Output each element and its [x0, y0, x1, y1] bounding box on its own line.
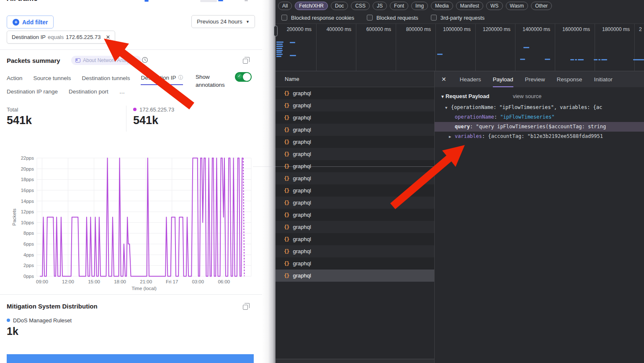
checkbox-item: 3rd-party requests — [431, 15, 485, 21]
overview-handle[interactable] — [274, 26, 278, 36]
name-column-header[interactable]: Name — [276, 71, 434, 87]
request-type-filter-bar: AllFetch/XHRDocCSSJSFontImgMediaManifest… — [276, 0, 644, 12]
network-overview-timeline[interactable]: 200000 ms400000 ms600000 ms800000 ms1000… — [276, 24, 644, 71]
filter-pill-manifest[interactable]: Manifest — [456, 2, 483, 10]
request-row[interactable]: {}graphql — [276, 87, 434, 99]
view-source-link[interactable]: view source — [513, 93, 542, 99]
table-footer-bar — [276, 359, 434, 363]
svg-text:12:00: 12:00 — [62, 279, 74, 284]
expand-card-icon[interactable] — [243, 305, 248, 310]
json-icon: {} — [284, 188, 289, 194]
request-row[interactable]: {}graphql — [276, 148, 434, 160]
json-icon: {} — [284, 103, 289, 109]
request-row[interactable]: {}graphql — [276, 172, 434, 184]
detail-tab-preview[interactable]: Preview — [525, 71, 545, 87]
checkbox[interactable] — [431, 15, 437, 21]
filter-pill-all[interactable]: All — [278, 2, 292, 10]
svg-text:16pps: 16pps — [21, 188, 34, 193]
timeline-label: 2 — [635, 24, 644, 71]
payload-operation-name-line: operationName: "ipFlowTimeseries" — [435, 112, 644, 122]
payload-preview-line[interactable]: ▼{operationName: "ipFlowTimeseries", var… — [435, 103, 644, 112]
filter-pill-img[interactable]: Img — [411, 2, 428, 10]
tab-destination-tunnels[interactable]: Destination tunnels — [82, 74, 130, 85]
request-name: graphql — [293, 212, 311, 218]
devtools-network-panel: AllFetch/XHRDocCSSJSFontImgMediaManifest… — [276, 0, 644, 363]
detail-tab-headers[interactable]: Headers — [460, 71, 481, 87]
filter-pill-media[interactable]: Media — [431, 2, 453, 10]
detail-tab-bar: ✕ HeadersPayloadPreviewResponseInitiator — [435, 71, 644, 87]
filter-value: 172.65.225.73 — [66, 34, 100, 40]
payload-variables-line[interactable]: ▶variables: {accountTag: "b12e3b2192ee55… — [435, 132, 644, 141]
add-filter-button[interactable]: + Add filter — [7, 16, 54, 29]
remove-filter-icon[interactable]: ✕ — [106, 34, 110, 40]
filter-pill-other[interactable]: Other — [531, 2, 552, 10]
payload-value: "query ipFlowTimeseries($accountTag: str… — [476, 124, 606, 130]
request-row[interactable]: {}graphql — [276, 99, 434, 111]
tab-destination-port[interactable]: Destination port — [69, 88, 108, 98]
request-row[interactable]: {}graphql — [276, 111, 434, 124]
filter-pill-doc[interactable]: Doc — [331, 2, 348, 10]
triangle-down-icon[interactable]: ▼ — [445, 103, 451, 112]
packets-timeseries-chart: 0pps2pps4pps6pps8pps10pps12pps14pps16pps… — [10, 148, 255, 292]
expand-card-icon[interactable] — [243, 59, 248, 64]
json-icon: {} — [284, 200, 289, 206]
filter-chip[interactable]: Destination IP equals 172.65.225.73 ✕ — [7, 31, 115, 44]
filter-pill-fetch-xhr[interactable]: Fetch/XHR — [295, 2, 328, 10]
checkbox[interactable] — [281, 15, 287, 21]
close-icon[interactable]: ✕ — [441, 71, 446, 87]
request-name: graphql — [293, 90, 311, 96]
request-row[interactable]: {}graphql — [276, 124, 434, 136]
mitigation-value: 1k — [7, 325, 18, 337]
request-row[interactable]: {}graphql — [276, 233, 434, 245]
chevron-down-icon: ▼ — [246, 20, 250, 24]
filter-pill-js[interactable]: JS — [373, 2, 387, 10]
request-row[interactable]: {}graphql — [276, 245, 434, 257]
request-row[interactable]: {}graphql — [276, 270, 434, 282]
checkbox-item: Blocked response cookies — [281, 15, 354, 21]
filter-pill-font[interactable]: Font — [390, 2, 408, 10]
tab--[interactable]: … — [119, 88, 125, 98]
json-icon: {} — [284, 224, 289, 230]
name-header-label: Name — [285, 76, 299, 82]
detail-tab-initiator[interactable]: Initiator — [594, 71, 612, 87]
request-row[interactable]: {}graphql — [276, 136, 434, 148]
stat-label: 172.65.225.73 — [133, 106, 174, 113]
time-range-dropdown[interactable]: Previous 24 hours ▼ — [191, 15, 255, 28]
filter-field: Destination IP — [12, 34, 46, 40]
tab-destination-ip[interactable]: Destination IPⓘ — [141, 74, 183, 85]
filter-pill-css[interactable]: CSS — [351, 2, 370, 10]
filter-pill-wasm[interactable]: Wasm — [506, 2, 528, 10]
request-row[interactable]: {}graphql — [276, 209, 434, 221]
timeline-label: 1400000 ms — [515, 24, 555, 71]
timeline-label: 1200000 ms — [476, 24, 515, 71]
stat-destination-ip: 172.65.225.73541k — [133, 106, 174, 127]
request-row[interactable]: {}graphql — [276, 221, 434, 233]
about-network-analytics-badge[interactable]: About Network Analytics — [71, 56, 141, 65]
request-name: graphql — [293, 127, 311, 133]
triangle-right-icon[interactable]: ▶ — [449, 132, 455, 141]
packets-summary-title: Packets summary — [7, 57, 60, 64]
payload-query-line[interactable]: query: "query ipFlowTimeseries($accountT… — [435, 122, 644, 132]
tab-destination-ip-range[interactable]: Destination IP range — [7, 88, 58, 98]
request-row[interactable]: {}graphql — [276, 257, 434, 270]
cropped-ui-fragment — [218, 0, 223, 1]
tab-source-tunnels[interactable]: Source tunnels — [33, 74, 71, 85]
request-row[interactable]: {}graphql — [276, 197, 434, 209]
filter-pill-ws[interactable]: WS — [486, 2, 502, 10]
stat-value: 541k — [7, 114, 32, 127]
cropped-ui-fragment — [144, 0, 149, 2]
detail-tab-payload[interactable]: Payload — [493, 71, 513, 87]
checkbox-item: Blocked requests — [367, 15, 418, 21]
docs-icon — [75, 58, 80, 62]
request-payload-header[interactable]: ▼Request Payload — [440, 93, 489, 99]
request-row[interactable]: {}graphql — [276, 184, 434, 197]
checkbox[interactable] — [367, 15, 373, 21]
svg-text:18pps: 18pps — [21, 177, 34, 182]
stat-total: Total541k — [7, 106, 32, 127]
tab-action[interactable]: Action — [7, 74, 23, 85]
show-annotations-toggle[interactable]: ✓ — [235, 72, 252, 82]
request-name: graphql — [293, 224, 311, 230]
detail-tab-response[interactable]: Response — [557, 71, 582, 87]
request-name: graphql — [293, 260, 311, 267]
svg-text:03:00: 03:00 — [192, 279, 204, 284]
